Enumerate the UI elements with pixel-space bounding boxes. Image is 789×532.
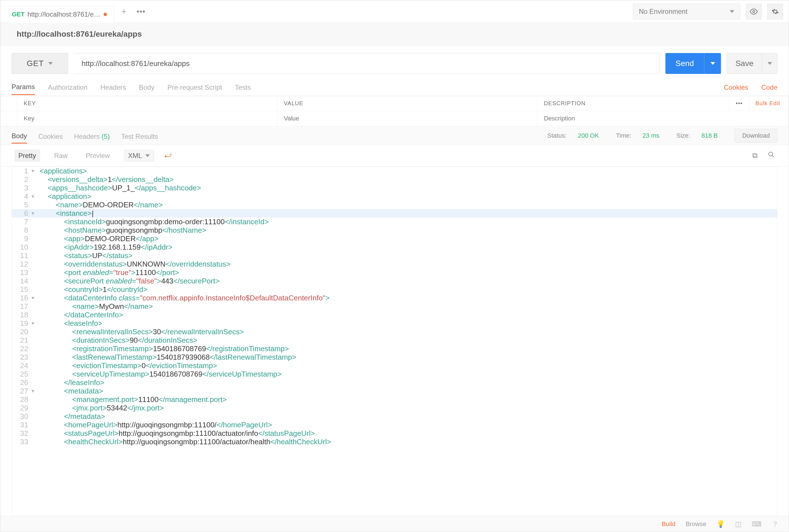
format-select[interactable]: XML [124, 150, 154, 162]
code-line: 14 <securePort enabled="false">443</secu… [12, 277, 777, 285]
code-line: 13 <port enabled="true">11100</port> [12, 268, 777, 277]
search-icon [768, 151, 775, 158]
code-line: 2 <versions__delta>1</versions__delta> [12, 175, 777, 184]
tab-body[interactable]: Body [139, 83, 155, 95]
tab-prerequest[interactable]: Pre-request Script [167, 83, 222, 95]
code-line: 1▾<applications> [12, 167, 777, 175]
code-line: 19▾ <leaseInfo> [12, 319, 777, 327]
chevron-down-icon [711, 62, 715, 65]
environment-label: No Environment [639, 7, 688, 16]
code-line: 18 </dataCenterInfo> [12, 310, 777, 319]
tab-authorization[interactable]: Authorization [48, 83, 88, 95]
tab-title: http://localhost:8761/eureka/apps [27, 11, 101, 18]
wrap-lines-button[interactable]: ⮐ [164, 151, 172, 160]
request-tab[interactable]: GET http://localhost:8761/eureka/apps [9, 6, 114, 23]
code-line: 4▾ <application> [12, 192, 777, 201]
tab-method-badge: GET [12, 11, 24, 18]
keyboard-icon[interactable]: ⌨ [752, 520, 762, 528]
time-value: 23 ms [642, 132, 659, 139]
response-tabs: Body Cookies Headers (5) Test Results St… [0, 126, 789, 145]
code-line: 29 <jmx.port>53442</jmx.port> [12, 404, 777, 412]
chevron-down-icon [145, 154, 150, 157]
help-icon[interactable]: ？ [772, 519, 778, 529]
time-label: Time: [616, 132, 631, 139]
tab-resp-cookies[interactable]: Cookies [38, 133, 63, 143]
tab-params[interactable]: Params [12, 83, 35, 95]
save-options-button[interactable] [762, 53, 777, 74]
tab-resp-body[interactable]: Body [12, 132, 27, 144]
code-line: 6▾ <instance>| [12, 209, 777, 217]
request-titlebar: http://localhost:8761/eureka/apps [0, 23, 789, 46]
code-line: 31 <homePageUrl>http://guoqingsongmbp:11… [12, 421, 777, 429]
response-body[interactable]: 1▾<applications>2 <versions__delta>1</ve… [12, 167, 777, 516]
http-method-select[interactable]: GET [12, 53, 68, 74]
status-label: Status: [547, 132, 567, 139]
footer-browse[interactable]: Browse [686, 520, 706, 528]
code-line: 8 <hostName>guoqingsongmbp</hostName> [12, 226, 777, 234]
download-button[interactable]: Download [735, 129, 777, 142]
tab-headers[interactable]: Headers [100, 83, 126, 95]
code-line: 30 </metadata> [12, 412, 777, 421]
chevron-down-icon [730, 10, 734, 13]
request-title: http://localhost:8761/eureka/apps [17, 30, 772, 39]
bulk-edit-link[interactable]: Bulk Edit [755, 100, 780, 106]
panes-icon[interactable]: ◫ [735, 520, 741, 528]
save-button[interactable]: Save [727, 53, 777, 74]
new-tab-button[interactable]: ＋ [117, 4, 131, 19]
view-raw[interactable]: Raw [50, 150, 72, 162]
code-link[interactable]: Code [762, 83, 777, 91]
code-line: 23 <lastRenewalTimestamp>1540187939068</… [12, 353, 777, 361]
send-button[interactable]: Send [665, 53, 721, 74]
send-options-button[interactable] [704, 53, 721, 74]
url-value: http://localhost:8761/eureka/apps [81, 59, 190, 68]
code-line: 7 <instanceId>guoqingsongmbp:demo-order:… [12, 217, 777, 226]
code-line: 21 <durationInSecs>90</durationInSecs> [12, 336, 777, 344]
request-builder: GET http://localhost:8761/eureka/apps Se… [0, 46, 789, 79]
header-value: VALUE [277, 96, 538, 111]
statusbar: Build Browse 💡 ◫ ⌨ ？ [0, 516, 789, 532]
cookies-link[interactable]: Cookies [724, 83, 748, 91]
param-description-input[interactable] [544, 115, 782, 122]
body-view-toolbar: Pretty Raw Preview XML ⮐ ⧉ [0, 145, 789, 167]
gear-icon [771, 8, 779, 15]
code-line: 10 <ipAddr>192.168.1.159</ipAddr> [12, 243, 777, 251]
params-table: KEY VALUE DESCRIPTION ••• Bulk Edit [0, 96, 789, 126]
quick-look-button[interactable] [746, 4, 762, 19]
footer-build[interactable]: Build [662, 520, 676, 528]
code-line: 22 <registrationTimestamp>1540186708769<… [12, 344, 777, 353]
header-more[interactable]: ••• [730, 96, 749, 111]
send-label: Send [665, 59, 704, 68]
environment-select[interactable]: No Environment [633, 4, 740, 19]
header-description: DESCRIPTION [538, 96, 730, 111]
view-pretty[interactable]: Pretty [14, 150, 40, 162]
chevron-down-icon [48, 62, 53, 65]
request-section-tabs: Params Authorization Headers Body Pre-re… [0, 79, 789, 96]
tab-resp-headers[interactable]: Headers (5) [74, 133, 110, 143]
settings-button[interactable] [767, 4, 783, 19]
status-value: 200 OK [578, 132, 599, 139]
copy-button[interactable]: ⧉ [752, 151, 758, 160]
view-preview[interactable]: Preview [82, 150, 114, 162]
size-label: Size: [676, 132, 690, 139]
tab-tests[interactable]: Tests [235, 83, 251, 95]
chevron-down-icon [768, 62, 772, 65]
tab-resp-test-results[interactable]: Test Results [121, 133, 158, 143]
save-label: Save [727, 59, 762, 68]
bulb-icon[interactable]: 💡 [716, 520, 725, 528]
code-line: 28 <management.port>11100</management.po… [12, 395, 777, 404]
url-input[interactable]: http://localhost:8761/eureka/apps [74, 53, 660, 74]
code-line: 33 <healthCheckUrl>http://guoqingsongmbp… [12, 437, 777, 446]
param-value-input[interactable] [284, 115, 531, 122]
format-label: XML [128, 152, 142, 160]
size-value: 818 B [701, 132, 718, 139]
svg-point-0 [753, 11, 755, 13]
code-line: 27▾ <metadata> [12, 387, 777, 395]
tab-overflow-button[interactable]: ••• [134, 4, 148, 19]
code-line: 5 <name>DEMO-ORDER</name> [12, 201, 777, 209]
search-button[interactable] [768, 151, 775, 160]
code-line: 16▾ <dataCenterInfo class="com.netflix.a… [12, 293, 777, 302]
code-line: 26 </leaseInfo> [12, 378, 777, 387]
param-key-input[interactable] [24, 115, 271, 122]
code-line: 32 <statusPageUrl>http://guoqingsongmbp:… [12, 429, 777, 437]
checkbox-col [1, 96, 18, 111]
